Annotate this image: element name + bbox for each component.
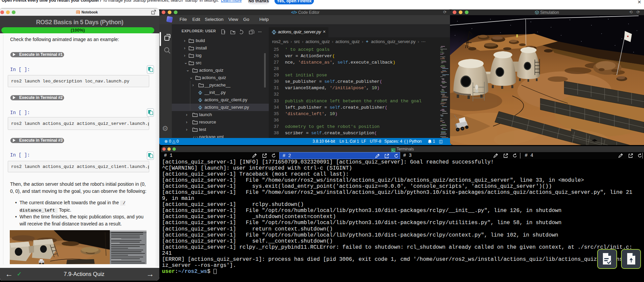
svg-text:⋯: ⋯ xyxy=(258,30,261,34)
